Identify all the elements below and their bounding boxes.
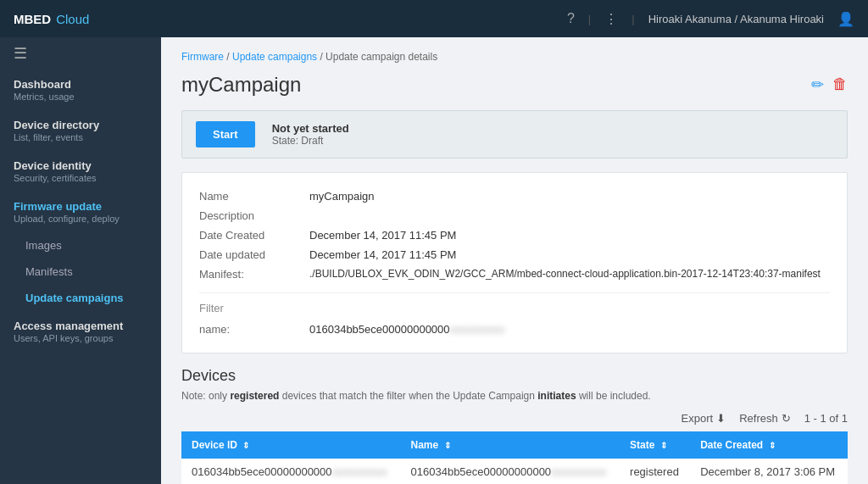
detail-row-date-updated: Date updated December 14, 2017 11:45 PM (199, 245, 830, 264)
sidebar-item-firmware-update-sub: Upload, configure, deploy (14, 214, 147, 224)
sort-name-icon: ⇕ (444, 441, 451, 450)
detail-value-date-created: December 14, 2017 11:45 PM (309, 229, 456, 242)
sidebar-subitem-manifests[interactable]: Manifests (0, 259, 161, 285)
divider2: | (632, 13, 634, 25)
refresh-icon: ↻ (782, 412, 791, 425)
table-toolbar: Export ⬇ Refresh ↻ 1 - 1 of 1 (181, 412, 848, 425)
page-header: myCampaign ✏ 🗑 (181, 73, 848, 97)
main-content: Firmware / Update campaigns / Update cam… (161, 37, 868, 484)
table-row: 016034bb5ece00000000000xxxxxxxxxx 016034… (181, 459, 848, 484)
user-icon[interactable]: 👤 (837, 11, 854, 27)
sort-state-icon: ⇕ (660, 441, 667, 450)
logo-mbed: MBED (14, 12, 51, 26)
user-name: Hiroaki Akanuma / Akanuma Hiroaki (648, 13, 824, 25)
devices-title: Devices (181, 367, 848, 385)
sidebar-item-device-directory-title: Device directory (14, 119, 147, 131)
sidebar-item-access-management-sub: Users, API keys, groups (14, 333, 147, 343)
breadcrumb-firmware[interactable]: Firmware (181, 51, 224, 63)
page-title: myCampaign (181, 73, 301, 97)
col-device-id[interactable]: Device ID ⇕ (181, 431, 401, 459)
col-state[interactable]: State ⇕ (620, 431, 690, 459)
breadcrumb-update-campaigns[interactable]: Update campaigns (232, 51, 317, 63)
name-blurred: xxxxxxxxxx (551, 465, 606, 478)
detail-row-description: Description (199, 206, 830, 225)
detail-value-name: myCampaign (309, 190, 375, 203)
status-info: Not yet started State: Draft (272, 122, 349, 147)
detail-row-name: Name myCampaign (199, 186, 830, 206)
col-name[interactable]: Name ⇕ (401, 431, 620, 459)
filter-name-label: name: (199, 323, 309, 336)
top-navigation: MBED Cloud ? | ⋮ | Hiroaki Akanuma / Aka… (0, 0, 868, 37)
divider: | (588, 13, 591, 25)
hamburger-button[interactable]: ☰ (0, 37, 161, 70)
detail-label-date-updated: Date updated (199, 248, 309, 261)
device-id-blurred: xxxxxxxxxx (332, 465, 387, 478)
export-label: Export (682, 412, 714, 425)
devices-section: Devices Note: only registered devices th… (181, 367, 848, 484)
sidebar-item-device-identity[interactable]: Device identity Security, certificates (0, 151, 161, 192)
top-nav-right: ? | ⋮ | Hiroaki Akanuma / Akanuma Hiroak… (567, 11, 854, 27)
export-button[interactable]: Export ⬇ (682, 412, 726, 425)
devices-table: Device ID ⇕ Name ⇕ State ⇕ Date Create (181, 431, 848, 484)
help-icon[interactable]: ? (567, 11, 575, 26)
export-icon: ⬇ (716, 412, 726, 425)
delete-icon[interactable]: 🗑 (832, 75, 848, 94)
status-bar: Start Not yet started State: Draft (181, 110, 848, 159)
sidebar-item-device-identity-title: Device identity (14, 159, 147, 172)
breadcrumb-current: Update campaign details (326, 51, 437, 63)
detail-value-manifest: ./BUILD/UBLOX_EVK_ODIN_W2/GCC_ARM/mbed-c… (309, 268, 821, 281)
logo-cloud: Cloud (56, 12, 89, 26)
status-state: State: Draft (272, 135, 349, 147)
devices-note: Note: only registered devices that match… (181, 390, 848, 402)
cell-state: registered (620, 459, 690, 484)
sidebar-item-dashboard[interactable]: Dashboard Metrics, usage (0, 70, 161, 110)
refresh-label: Refresh (739, 412, 778, 425)
sort-device-id-icon: ⇕ (242, 441, 249, 450)
detail-card: Name myCampaign Description Date Created… (181, 172, 848, 353)
detail-row-date-created: Date Created December 14, 2017 11:45 PM (199, 225, 830, 245)
page-actions: ✏ 🗑 (811, 75, 848, 94)
status-label: Not yet started (272, 122, 349, 135)
sidebar-subitem-update-campaigns[interactable]: Update campaigns (0, 285, 161, 311)
sidebar-item-access-management-title: Access management (14, 320, 147, 332)
sidebar-item-device-identity-sub: Security, certificates (14, 173, 147, 183)
sidebar-item-dashboard-title: Dashboard (14, 78, 147, 91)
detail-label-name: Name (199, 190, 309, 203)
filter-value-blurred: xxxxxxxxxx (450, 323, 505, 336)
cell-device-id: 016034bb5ece00000000000xxxxxxxxxx (181, 459, 401, 484)
breadcrumb: Firmware / Update campaigns / Update cam… (181, 51, 848, 63)
detail-label-description: Description (199, 209, 309, 222)
sidebar-item-device-directory[interactable]: Device directory List, filter, events (0, 110, 161, 151)
detail-value-date-updated: December 14, 2017 11:45 PM (309, 248, 456, 261)
col-date-created[interactable]: Date Created ⇕ (690, 431, 848, 459)
table-header-row: Device ID ⇕ Name ⇕ State ⇕ Date Create (181, 431, 848, 459)
detail-row-manifest: Manifest: ./BUILD/UBLOX_EVK_ODIN_W2/GCC_… (199, 264, 830, 284)
sidebar-item-dashboard-sub: Metrics, usage (14, 92, 147, 102)
layout: ☰ Dashboard Metrics, usage Device direct… (0, 37, 868, 484)
detail-label-date-created: Date Created (199, 229, 309, 242)
detail-label-manifest: Manifest: (199, 268, 309, 281)
cell-date-created: December 8, 2017 3:06 PM (690, 459, 848, 484)
apps-icon[interactable]: ⋮ (604, 11, 618, 27)
sidebar: ☰ Dashboard Metrics, usage Device direct… (0, 37, 161, 484)
sort-date-created-icon: ⇕ (769, 441, 776, 450)
sidebar-subitem-images[interactable]: Images (0, 232, 161, 259)
logo: MBED Cloud (14, 12, 89, 26)
sidebar-item-firmware-update-title: Firmware update (14, 200, 147, 213)
sidebar-item-access-management[interactable]: Access management Users, API keys, group… (0, 311, 161, 352)
filter-name-value: 016034bb5ece00000000000xxxxxxxxxx (309, 323, 505, 336)
pagination-info: 1 - 1 of 1 (804, 412, 848, 425)
filter-name-row: name: 016034bb5ece00000000000xxxxxxxxxx (199, 320, 830, 339)
filter-title: Filter (199, 302, 830, 314)
sidebar-item-firmware-update[interactable]: Firmware update Upload, configure, deplo… (0, 192, 161, 232)
breadcrumb-sep1: / (226, 51, 232, 63)
sidebar-item-device-directory-sub: List, filter, events (14, 132, 147, 142)
cell-name: 016034bb5ece00000000000xxxxxxxxxx (401, 459, 620, 484)
filter-section: Filter name: 016034bb5ece00000000000xxxx… (199, 292, 830, 339)
start-button[interactable]: Start (196, 121, 255, 147)
refresh-button[interactable]: Refresh ↻ (739, 412, 791, 425)
edit-icon[interactable]: ✏ (811, 75, 824, 94)
